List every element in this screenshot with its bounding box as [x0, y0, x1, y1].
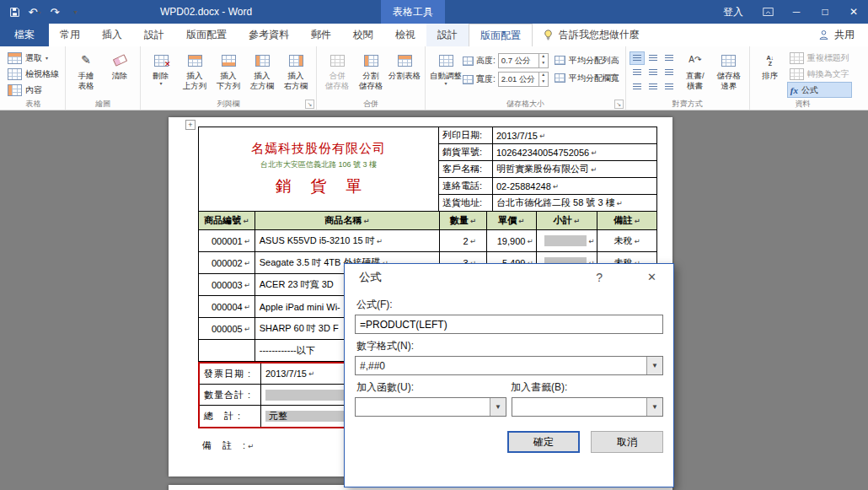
distribute-rows-button[interactable]: 平均分配列高	[552, 52, 622, 68]
align-center-right-button[interactable]	[662, 66, 677, 79]
lightbulb-icon	[543, 30, 554, 40]
align-top-center-button[interactable]	[646, 51, 661, 65]
autofit-button[interactable]: 自動調整▾	[429, 48, 463, 97]
share-button[interactable]: 共用	[805, 24, 868, 46]
close-button[interactable]: ✕	[839, 0, 868, 24]
formula-input[interactable]	[355, 315, 663, 334]
company-address: 台北市大安區信義北路 106 號 3 樓	[260, 159, 377, 170]
tab-table-layout[interactable]: 版面配置	[469, 24, 533, 46]
tab-references[interactable]: 參考資料	[238, 24, 300, 46]
table-tools-label: 表格工具	[381, 0, 445, 24]
align-bottom-center-button[interactable]	[646, 80, 661, 94]
dialog-body: 公式(F): 數字格式(N): #,##0 ▼ 加入函數(U): 加入書籤(B)…	[345, 291, 673, 453]
width-spinner[interactable]: 2.01 公分▲▼	[498, 72, 549, 87]
redo-button[interactable]: ↷	[46, 3, 64, 21]
sign-in-button[interactable]: 登入	[713, 0, 753, 24]
align-top-left-button[interactable]	[630, 51, 645, 65]
height-spinner[interactable]: 0.7 公分▲▼	[498, 53, 549, 68]
spinner-arrows[interactable]: ▲▼	[538, 54, 548, 67]
form-title: 銷 貨 單	[268, 175, 370, 197]
tab-file[interactable]: 檔案	[0, 24, 49, 46]
tab-home[interactable]: 常用	[49, 24, 91, 46]
select-button[interactable]: 選取▾	[5, 50, 62, 66]
insert-right-button[interactable]: 插入 右方欄	[279, 48, 313, 97]
dialog-title-bar[interactable]: 公式	[345, 264, 673, 291]
undo-icon: ↶	[29, 6, 38, 19]
align-icon	[633, 83, 641, 90]
cell-end-mark: ↵	[308, 369, 314, 378]
tab-view[interactable]: 檢視	[384, 24, 426, 46]
tab-table-design[interactable]: 設計	[426, 24, 469, 46]
paste-bookmark-combo[interactable]: ▼	[512, 397, 663, 417]
merge-cells-button[interactable]: 合併 儲存格	[320, 48, 354, 97]
info-row: 連絡電話:02-25884248↵	[439, 178, 656, 195]
save-icon	[9, 7, 20, 18]
cell-end-mark: ↵	[244, 325, 250, 333]
formula-field-label: 公式(F):	[356, 298, 662, 312]
qat-customize-button[interactable]: ▾	[66, 3, 84, 21]
ok-button[interactable]: 確定	[507, 431, 580, 453]
text-direction-button[interactable]: A↷直書/ 橫書	[678, 48, 712, 97]
formula-dialog: 公式 ? ✕ 公式(F): 數字格式(N): #,##0 ▼ 加入函數(U): …	[344, 263, 674, 487]
cell-margins-button[interactable]: 儲存格 邊界	[712, 48, 746, 97]
tell-me-box[interactable]: 告訴我您想做什麼	[533, 24, 650, 46]
table-properties-button[interactable]: 內容	[5, 82, 62, 98]
split-cells-button[interactable]: 分割 儲存格	[354, 48, 388, 97]
table-move-handle[interactable]: +	[185, 120, 196, 130]
insert-below-button[interactable]: 插入 下方列	[212, 48, 245, 97]
cell-end-mark: ↵	[527, 237, 533, 245]
repeat-header-icon	[790, 52, 804, 64]
undo-button[interactable]: ↶▾	[25, 3, 44, 21]
maximize-button[interactable]: □	[811, 0, 839, 24]
split-table-button[interactable]: 分割表格	[388, 48, 421, 97]
insert-below-icon	[222, 55, 236, 67]
combo-dropdown-button[interactable]: ▼	[646, 357, 662, 374]
align-icon	[649, 55, 657, 62]
distribute-columns-button[interactable]: 平均分配欄寬	[552, 70, 622, 86]
save-button[interactable]	[5, 3, 24, 21]
formula-button[interactable]: fx公式	[787, 82, 852, 98]
align-bottom-right-button[interactable]	[662, 80, 677, 94]
draw-table-button[interactable]: ✎手繪 表格	[69, 48, 103, 97]
align-top-right-button[interactable]	[662, 51, 677, 65]
align-center-left-button[interactable]	[630, 66, 645, 79]
dialog-title: 公式	[359, 270, 382, 285]
cell-end-mark: ↵	[574, 217, 580, 225]
chevron-down-icon: ▼	[651, 362, 658, 369]
convert-to-text-button[interactable]: 轉換為文字	[787, 66, 852, 82]
tab-mailings[interactable]: 郵件	[300, 24, 342, 46]
quick-access-toolbar: ↶▾ ↷ ▾	[0, 3, 84, 21]
insert-left-button[interactable]: 插入 左方欄	[245, 48, 279, 97]
ribbon-display-options-button[interactable]	[753, 0, 782, 24]
combo-dropdown-button[interactable]: ▼	[490, 398, 506, 416]
tab-insert[interactable]: 插入	[91, 24, 133, 46]
combo-dropdown-button[interactable]: ▼	[646, 398, 662, 416]
info-row: 列印日期:2013/7/15↵	[439, 127, 656, 144]
tab-review[interactable]: 校閱	[342, 24, 384, 46]
chevron-down-icon: ▾	[444, 81, 447, 88]
spinner-arrows[interactable]: ▲▼	[538, 73, 548, 86]
paste-bookmark-label: 加入書籤(B):	[511, 380, 662, 395]
chevron-down-icon: ▼	[495, 403, 501, 411]
dialog-close-button[interactable]: ✕	[647, 271, 656, 283]
delete-button[interactable]: ✕刪除▾	[144, 48, 178, 97]
dialog-help-button[interactable]: ?	[596, 271, 603, 284]
number-format-combo[interactable]: #,##0 ▼	[355, 356, 663, 375]
tab-layout[interactable]: 版面配置	[175, 24, 238, 46]
cancel-button[interactable]: 取消	[591, 431, 663, 453]
select-table-icon	[8, 52, 22, 64]
group-label-cell-size: 儲存格大小	[426, 99, 625, 110]
insert-above-button[interactable]: 插入 上方列	[178, 48, 212, 97]
align-center-button[interactable]	[646, 66, 661, 79]
cell-end-mark: ↵	[591, 148, 597, 157]
properties-icon	[8, 84, 22, 96]
cell-end-mark: ↵	[539, 132, 545, 140]
minimize-button[interactable]: ─	[782, 0, 811, 24]
view-gridlines-button[interactable]: 檢視格線	[5, 66, 62, 82]
tab-design[interactable]: 設計	[133, 24, 175, 46]
eraser-button[interactable]: 清除	[103, 48, 137, 97]
align-bottom-left-button[interactable]	[630, 80, 645, 94]
sort-button[interactable]: A↓Z排序	[753, 48, 787, 97]
paste-function-combo[interactable]: ▼	[355, 397, 506, 417]
repeat-header-rows-button[interactable]: 重複標題列	[787, 50, 852, 66]
